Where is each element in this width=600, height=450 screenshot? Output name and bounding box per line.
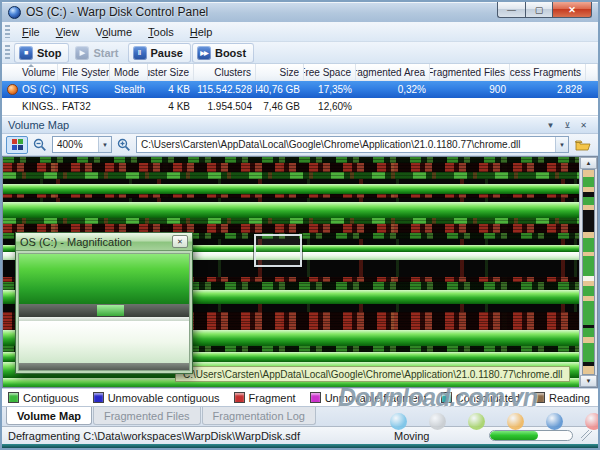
zoom-in-button[interactable] xyxy=(115,136,133,154)
volume-map-canvas[interactable]: ▲ ▼ C:\Users\Carsten\AppData\Local\Googl… xyxy=(2,156,598,388)
column-header-free-space[interactable]: Free Space xyxy=(304,64,356,80)
zoom-out-button[interactable] xyxy=(31,136,49,154)
window-title: OS (C:) - Warp Disk Control Panel xyxy=(26,5,208,19)
play-icon: ▶ xyxy=(75,46,89,60)
magnification-region-box[interactable] xyxy=(254,234,302,267)
legend-item-reading: Reading xyxy=(534,392,590,404)
magnification-title-bar[interactable]: OS (C:) - Magnification ✕ xyxy=(16,233,192,251)
volume-row[interactable]: KINGS...FAT324 KB1.954.5047,46 GB12,60% xyxy=(2,98,598,115)
tab-fragmented-files[interactable]: Fragmented Files xyxy=(93,407,201,425)
column-header-cluster-size[interactable]: Cluster Size xyxy=(148,64,194,80)
minimap-segment xyxy=(583,170,594,177)
progress-fill xyxy=(490,431,538,440)
menu-volume[interactable]: Volume xyxy=(87,24,140,40)
column-header-clusters[interactable]: Clusters xyxy=(194,64,256,80)
block-view-button[interactable] xyxy=(6,136,28,154)
toolbar-grip[interactable] xyxy=(5,25,10,38)
toolbar-grip[interactable] xyxy=(5,45,10,60)
cell: 1.954.504 xyxy=(194,98,256,115)
minimap-segment xyxy=(583,256,594,277)
resize-grip[interactable] xyxy=(581,430,592,441)
minimap-segment xyxy=(583,343,594,362)
column-header-mode[interactable]: Mode xyxy=(110,64,148,80)
cell: 4 KB xyxy=(148,81,194,98)
cell: FAT32 xyxy=(58,98,110,115)
legend-label: Consolidated xyxy=(456,392,520,404)
panel-close-icon[interactable]: ✕ xyxy=(575,121,592,130)
legend-color-swatch xyxy=(310,392,321,403)
colored-blocks-icon xyxy=(12,139,23,150)
cell: 2.828 xyxy=(510,81,586,98)
menu-view[interactable]: View xyxy=(48,24,88,40)
cell: 4 KB xyxy=(148,98,194,115)
legend-color-swatch xyxy=(534,392,545,403)
column-header-excess-fragments[interactable]: Excess Fragments xyxy=(510,64,586,80)
pause-icon: ‖ xyxy=(133,46,147,60)
legend-item-fragment: Fragment xyxy=(234,392,296,404)
magnification-title: OS (C:) - Magnification xyxy=(20,236,172,248)
magnified-band xyxy=(19,254,189,304)
map-band xyxy=(3,172,579,179)
menu-file[interactable]: File xyxy=(14,24,48,40)
column-header-fragmented-area[interactable]: Fragmented Area xyxy=(356,64,430,80)
map-band xyxy=(3,184,579,194)
map-scrollbar[interactable]: ▲ ▼ xyxy=(579,157,597,387)
chevron-down-icon[interactable]: ▼ xyxy=(98,137,111,152)
window-bottom-edge xyxy=(2,444,598,448)
magnification-close-button[interactable]: ✕ xyxy=(172,235,188,248)
legend-item-contiguous: Contiguous xyxy=(8,392,79,404)
title-bar[interactable]: OS (C:) - Warp Disk Control Panel — ▢ ✕ xyxy=(2,2,598,22)
close-button[interactable]: ✕ xyxy=(552,2,592,18)
toolbar-button-label: Stop xyxy=(37,47,61,59)
menu-help[interactable]: Help xyxy=(182,24,221,40)
status-action: Moving xyxy=(394,430,489,442)
cell: NTFS xyxy=(58,81,110,98)
stop-button[interactable]: ■Stop xyxy=(14,43,69,63)
cell: 440,76 GB xyxy=(256,81,304,98)
chevron-down-icon[interactable]: ▼ xyxy=(555,137,568,152)
volume-row[interactable]: OS (C:)NTFSStealth4 KB115.542.528440,76 … xyxy=(2,81,598,98)
panel-pin-icon[interactable]: ⊻ xyxy=(559,121,575,130)
status-message: Defragmenting C:\Data\workspaces\WarpDis… xyxy=(8,430,394,442)
legend-label: Reading xyxy=(549,392,590,404)
app-window: OS (C:) - Warp Disk Control Panel — ▢ ✕ … xyxy=(0,0,600,450)
cell: 900 xyxy=(430,81,510,98)
menu-tools[interactable]: Tools xyxy=(140,24,182,40)
column-header-volume[interactable]: Volume xyxy=(2,64,58,80)
scroll-up-icon[interactable]: ▲ xyxy=(580,157,597,169)
scroll-down-icon[interactable]: ▼ xyxy=(580,375,597,387)
open-folder-button[interactable] xyxy=(572,136,594,154)
panel-title: Volume Map xyxy=(8,119,542,131)
panel-collapse-icon[interactable]: ▼ xyxy=(542,121,560,130)
volume-status-icon xyxy=(7,84,18,95)
minimap-segment xyxy=(583,328,594,337)
toolbar-button-label: Boost xyxy=(215,47,246,59)
magnification-window[interactable]: OS (C:) - Magnification ✕ xyxy=(15,232,193,374)
column-header-fragmented-files[interactable]: Fragmented Files xyxy=(430,64,510,80)
column-header-file-system[interactable]: File System xyxy=(58,64,110,80)
pause-button[interactable]: ‖Pause xyxy=(128,43,191,63)
maximize-button[interactable]: ▢ xyxy=(525,2,552,18)
minimap-segment xyxy=(583,366,594,374)
column-header-size[interactable]: Size xyxy=(256,64,304,80)
zoom-level-select[interactable]: 400% ▼ xyxy=(52,136,112,153)
cell xyxy=(110,98,148,115)
cell: 0,32% xyxy=(356,81,430,98)
tab-fragmentation-log[interactable]: Fragmentation Log xyxy=(202,407,316,425)
minimap-segment xyxy=(583,238,594,252)
map-toolbar: 400% ▼ C:\Users\Carsten\AppData\Local\Go… xyxy=(2,134,598,156)
legend-label: Contiguous xyxy=(23,392,79,404)
boost-button[interactable]: ▶▶Boost xyxy=(192,43,254,63)
magnification-view xyxy=(18,253,190,371)
file-path-select[interactable]: C:\Users\Carsten\AppData\Local\Google\Ch… xyxy=(136,136,569,153)
tab-volume-map[interactable]: Volume Map xyxy=(6,407,92,425)
cell: KINGS... xyxy=(2,98,58,115)
minimize-button[interactable]: — xyxy=(497,2,525,18)
legend-color-swatch xyxy=(441,392,452,403)
status-bar: Defragmenting C:\Data\workspaces\WarpDis… xyxy=(2,426,598,444)
legend-color-swatch xyxy=(93,392,104,403)
stop-icon: ■ xyxy=(19,46,33,60)
legend-label: Unmovable fragment xyxy=(325,392,427,404)
map-minimap-track[interactable] xyxy=(582,169,595,375)
legend-label: Unmovable contiguous xyxy=(108,392,220,404)
